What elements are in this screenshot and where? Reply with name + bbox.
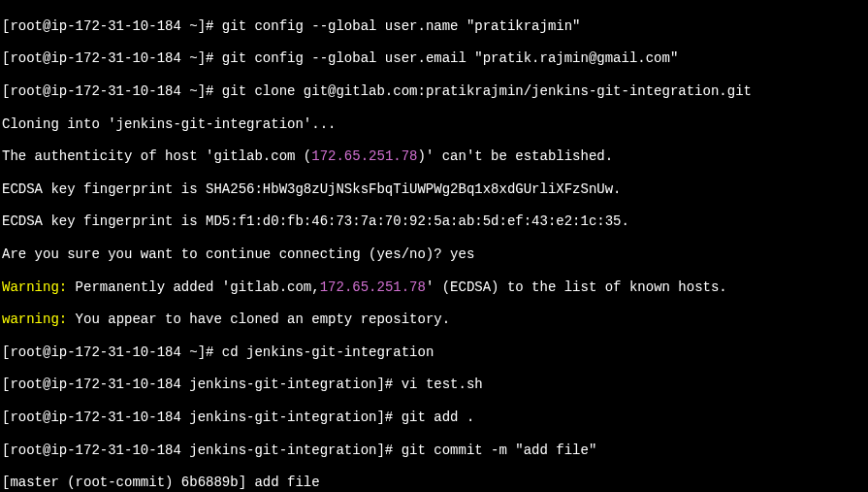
shell-prompt: [root@ip-172-31-10-184 jenkins-git-integ… (2, 410, 402, 425)
output-line: [master (root-commit) 6b6889b] add file (2, 475, 866, 491)
warning-label: Warning: (2, 279, 67, 295)
prompt-line: [root@ip-172-31-10-184 ~]# git clone git… (2, 83, 866, 100)
shell-prompt: [root@ip-172-31-10-184 ~]# (2, 83, 222, 99)
ip-address: 172.65.251.78 (320, 279, 426, 295)
shell-prompt: [root@ip-172-31-10-184 ~]# (2, 18, 222, 34)
shell-prompt: [root@ip-172-31-10-184 ~]# (2, 344, 222, 360)
shell-prompt: [root@ip-172-31-10-184 jenkins-git-integ… (2, 377, 402, 392)
shell-prompt: [root@ip-172-31-10-184 ~]# (2, 50, 222, 66)
warning-label: warning: (2, 312, 67, 327)
terminal-output[interactable]: [root@ip-172-31-10-184 ~]# git config --… (2, 2, 866, 492)
prompt-line: [root@ip-172-31-10-184 jenkins-git-integ… (2, 443, 866, 459)
command-text: git add . (402, 410, 475, 425)
ip-address: 172.65.251.78 (311, 148, 417, 164)
output-line: The authenticity of host 'gitlab.com (17… (2, 148, 866, 165)
command-text: git clone git@gitlab.com:pratikrajmin/je… (222, 83, 752, 99)
warning-line: Warning: Permanently added 'gitlab.com,1… (2, 279, 866, 296)
prompt-line: [root@ip-172-31-10-184 jenkins-git-integ… (2, 377, 866, 393)
command-text: git config --global user.email "pratik.r… (222, 50, 678, 66)
prompt-line: [root@ip-172-31-10-184 ~]# git config --… (2, 18, 866, 35)
prompt-line: [root@ip-172-31-10-184 ~]# git config --… (2, 50, 866, 67)
prompt-line: [root@ip-172-31-10-184 jenkins-git-integ… (2, 410, 866, 426)
command-text: git commit -m "add file" (402, 443, 597, 458)
warning-line: warning: You appear to have cloned an em… (2, 312, 866, 328)
shell-prompt: [root@ip-172-31-10-184 jenkins-git-integ… (2, 443, 402, 458)
command-text: git config --global user.name "pratikraj… (222, 18, 581, 34)
prompt-line: [root@ip-172-31-10-184 ~]# cd jenkins-gi… (2, 344, 866, 361)
output-line: Are you sure you want to continue connec… (2, 246, 866, 263)
output-line: ECDSA key fingerprint is SHA256:HbW3g8zU… (2, 181, 866, 198)
command-text: cd jenkins-git-integration (222, 344, 434, 360)
command-text: vi test.sh (402, 377, 483, 392)
output-line: ECDSA key fingerprint is MD5:f1:d0:fb:46… (2, 213, 866, 230)
output-line: Cloning into 'jenkins-git-integration'..… (2, 116, 866, 133)
